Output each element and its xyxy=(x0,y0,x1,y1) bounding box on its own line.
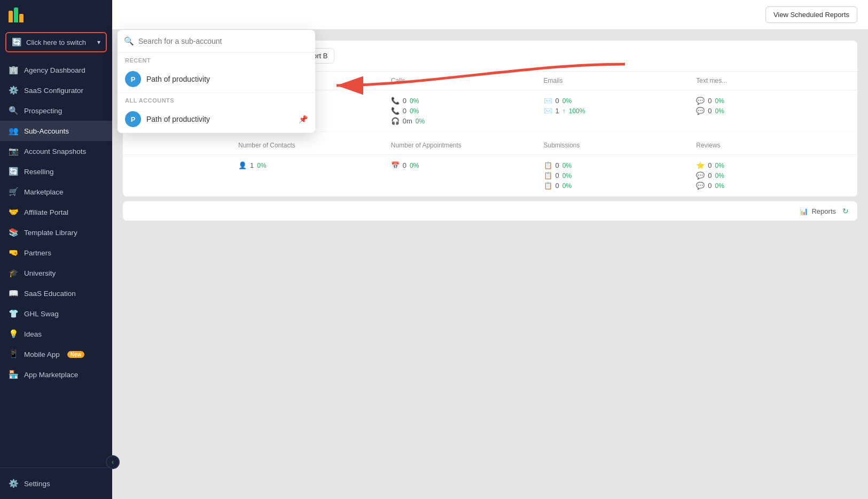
sidebar-item-settings[interactable]: ⚙️ Settings xyxy=(0,473,112,494)
switch-account-button[interactable]: 🔄 Click here to switch ▾ xyxy=(5,32,107,52)
col2-name xyxy=(131,142,238,149)
sidebar-item-agency-dashboard[interactable]: 🏢 Agency Dashboard xyxy=(0,60,112,80)
reports-link[interactable]: 📊 Reports xyxy=(800,207,836,215)
marketplace-icon: 🛒 xyxy=(9,187,19,197)
col-calls: Calls xyxy=(391,77,544,84)
reviews-cell: ⭐ 0 0% 💬 0 0% 💬 0 0% xyxy=(696,161,849,190)
table-row-2: 👤 1 0% 📅 0 0% 📋 0 0% xyxy=(123,155,857,197)
sidebar-item-partners[interactable]: 🤜 Partners xyxy=(0,243,112,263)
all-item-name: Path of productivity xyxy=(146,115,293,123)
sidebar-item-mobile-app[interactable]: 📱 Mobile App New xyxy=(0,344,112,364)
agency-dashboard-icon: 🏢 xyxy=(9,65,19,75)
sidebar-item-account-snapshots[interactable]: 📷 Account Snapshots xyxy=(0,141,112,161)
sub2-value: 0 xyxy=(556,171,559,180)
calls2-pct: 0% xyxy=(410,107,419,115)
submissions-cell: 📋 0 0% 📋 0 0% 📋 0 0% xyxy=(544,161,697,190)
sub3-pct: 0% xyxy=(562,182,572,190)
sidebar-item-label: SaaS Education xyxy=(24,290,76,298)
dropdown-search-icon: 🔍 xyxy=(124,36,134,46)
sidebar-item-saas-education[interactable]: 📖 SaaS Education xyxy=(0,283,112,303)
ghl-swag-icon: 👕 xyxy=(9,309,19,318)
sidebar-item-ideas[interactable]: 💡 Ideas xyxy=(0,324,112,344)
sidebar-item-label: App Marketplace xyxy=(24,371,78,379)
contacts-icon: 👤 xyxy=(238,161,247,169)
sub1-value: 0 xyxy=(556,161,559,169)
all-item-1[interactable]: P Path of productivity 📌 xyxy=(118,106,315,133)
sidebar-item-template-library[interactable]: 📚 Template Library xyxy=(0,222,112,243)
sidebar-item-label: Settings xyxy=(24,480,50,488)
email1-value: 0 xyxy=(556,97,559,105)
reports-icon: 📊 xyxy=(800,207,808,215)
email2-pct: 100% xyxy=(569,107,585,115)
ideas-icon: 💡 xyxy=(9,329,19,339)
sidebar-item-marketplace[interactable]: 🛒 Marketplace xyxy=(0,182,112,202)
sidebar-item-university[interactable]: 🎓 University xyxy=(0,263,112,283)
prospecting-icon: 🔍 xyxy=(9,106,19,115)
dropdown-scroll-area: RECENT P Path of productivity ALL ACCOUN… xyxy=(118,53,315,133)
review2-pct: 0% xyxy=(715,172,724,180)
table-second-header: Number of Contacts Number of Appointment… xyxy=(123,136,857,155)
sub3-value: 0 xyxy=(556,182,559,190)
review3-icon: 💬 xyxy=(696,182,705,190)
dropdown-search-input[interactable] xyxy=(138,37,309,45)
refresh-icon[interactable]: ↻ xyxy=(842,207,849,215)
duration-pct: 0% xyxy=(416,118,425,125)
sidebar-item-label: Affiliate Portal xyxy=(24,208,68,216)
emails-cell: ✉️ 0 0% ✉️ 1 ↑ 100% xyxy=(544,97,697,125)
sidebar-item-reselling[interactable]: 🔄 Reselling xyxy=(0,161,112,182)
logo-bar-3 xyxy=(19,14,24,22)
sidebar-item-label: GHL Swag xyxy=(24,310,59,318)
sidebar-item-label: Prospecting xyxy=(24,107,62,115)
calls2-value: 0 xyxy=(403,107,406,115)
new-badge: New xyxy=(67,351,85,358)
review1-value: 0 xyxy=(708,161,711,169)
sidebar-item-label: Reselling xyxy=(24,168,54,176)
sidebar-item-label: Mobile App xyxy=(24,350,60,358)
sidebar-collapse-button[interactable]: ‹ xyxy=(106,455,120,469)
sidebar-item-sub-accounts[interactable]: 👥 Sub-Accounts xyxy=(0,121,112,141)
email2-up-icon: ↑ xyxy=(562,107,566,115)
sidebar-item-affiliate-portal[interactable]: 🤝 Affiliate Portal xyxy=(0,202,112,222)
col2-reviews: Reviews xyxy=(696,142,849,149)
sidebar-item-ghl-swag[interactable]: 👕 GHL Swag xyxy=(0,303,112,324)
sidebar-logo xyxy=(0,0,112,30)
dropdown-search-area: 🔍 xyxy=(118,30,315,53)
sub-account-dropdown: 🔍 RECENT P Path of productivity ALL ACCO… xyxy=(118,30,315,133)
sub1-icon: 📋 xyxy=(544,161,552,169)
calls-icon: 📞 xyxy=(391,97,400,105)
university-icon: 🎓 xyxy=(9,268,19,278)
saas-configurator-icon: ⚙️ xyxy=(9,85,19,95)
recent-item-1[interactable]: P Path of productivity xyxy=(118,66,315,93)
texts-cell: 💬 0 0% 💬 0 0% xyxy=(696,97,849,125)
affiliate-portal-icon: 🤝 xyxy=(9,207,19,217)
sidebar-item-label: University xyxy=(24,269,56,277)
settings-icon: ⚙️ xyxy=(9,479,19,488)
email1-icon: ✉️ xyxy=(544,97,552,105)
top-bar: View Scheduled Reports xyxy=(112,0,868,30)
col2-contacts: Number of Contacts xyxy=(238,142,391,149)
col2-appointments: Number of Appointments xyxy=(391,142,544,149)
sidebar-item-label: SaaS Configurator xyxy=(24,87,83,95)
sidebar-bottom: ⚙️ Settings xyxy=(0,467,112,499)
sidebar-item-saas-configurator[interactable]: ⚙️ SaaS Configurator xyxy=(0,80,112,100)
sidebar-item-label: Agency Dashboard xyxy=(24,66,85,74)
nav-list: 🏢 Agency Dashboard ⚙️ SaaS Configurator … xyxy=(0,58,112,467)
sidebar-item-label: Sub-Accounts xyxy=(24,127,69,135)
contacts-pct: 0% xyxy=(257,162,266,169)
switch-button-label: Click here to switch xyxy=(26,38,86,46)
text2-pct: 0% xyxy=(715,107,724,115)
duration-icon: 🎧 xyxy=(391,117,400,125)
sub-accounts-icon: 👥 xyxy=(9,126,19,136)
sidebar-item-app-marketplace[interactable]: 🏪 App Marketplace xyxy=(0,364,112,385)
col2-submissions: Submissions xyxy=(544,142,697,149)
appointments-icon: 📅 xyxy=(391,161,400,169)
recent-section-label: RECENT xyxy=(118,53,315,66)
view-scheduled-reports-button[interactable]: View Scheduled Reports xyxy=(765,6,857,23)
appointments-pct: 0% xyxy=(410,162,419,169)
logo-bar-2 xyxy=(14,7,18,22)
sidebar-item-label: Marketplace xyxy=(24,188,64,196)
sidebar-item-prospecting[interactable]: 🔍 Prospecting xyxy=(0,100,112,121)
contacts-value: 1 xyxy=(250,161,254,169)
logo-icon xyxy=(9,7,24,22)
review1-icon: ⭐ xyxy=(696,161,705,169)
